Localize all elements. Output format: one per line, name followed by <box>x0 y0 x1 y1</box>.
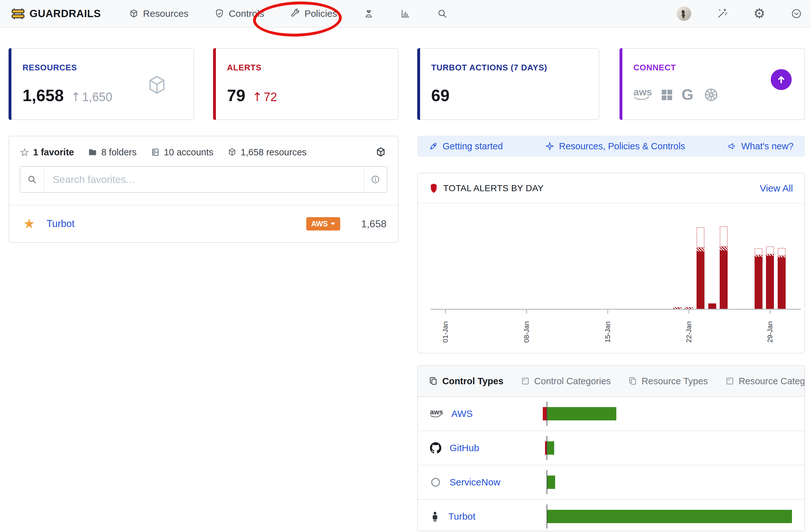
aws-logo: aws <box>633 89 652 101</box>
whats-new-link[interactable]: What's new? <box>727 141 794 152</box>
nav-admin-button[interactable] <box>363 8 374 19</box>
accounts-count[interactable]: 10 accounts <box>151 147 213 157</box>
wrench-icon <box>290 9 300 19</box>
folders-count[interactable]: 8 folders <box>88 147 136 157</box>
aws-controls-bar[interactable] <box>418 397 804 430</box>
alerts-bar-error-28-Jan[interactable] <box>754 255 763 257</box>
tab-control-types[interactable]: Control Types <box>429 376 503 386</box>
x-axis-label: 29-Jan <box>766 313 774 351</box>
turbot-controls-bar[interactable] <box>418 500 804 531</box>
servicenow-link[interactable]: ServiceNow <box>449 477 500 488</box>
aws-filter-dropdown[interactable]: AWS <box>306 217 340 230</box>
breakdown-panel: Control Types Control Categories Resourc… <box>417 365 805 531</box>
tab-resource-categories[interactable]: Resource Categories <box>725 376 805 386</box>
favorite-row-turbot[interactable]: ★ Turbot AWS 1,658 <box>9 205 398 242</box>
search-info-button[interactable] <box>363 167 387 192</box>
github-ok-bar[interactable] <box>547 441 554 455</box>
bar-chart-icon <box>400 8 411 19</box>
connect-card[interactable]: CONNECT aws G <box>619 48 805 120</box>
nav-controls[interactable]: Controls <box>214 8 264 19</box>
tab-control-categories[interactable]: Control Categories <box>521 376 611 386</box>
turbot-actions-card[interactable]: TURBOT ACTIONS (7 DAYS) 69 <box>417 48 599 120</box>
alerts-bar-invalid-29-Jan[interactable] <box>766 246 774 254</box>
getting-started-link[interactable]: Getting started <box>429 141 503 152</box>
total-alerts-title-group: TOTAL ALERTS BY DAY <box>429 183 544 193</box>
settings-button[interactable]: ⚙ <box>753 7 765 20</box>
alerts-bar-alarm-23-Jan[interactable] <box>697 252 704 309</box>
alerts-bar-alarm-25-Jan[interactable] <box>720 250 728 309</box>
servicenow-ok-bar[interactable] <box>547 475 555 489</box>
github-alarm-bar[interactable] <box>545 441 547 455</box>
cube-icon <box>145 74 169 97</box>
resources-card[interactable]: RESOURCES 1,658 ↑1,650 <box>9 48 194 120</box>
compass-icon <box>545 141 554 151</box>
aws-alarm-bar[interactable] <box>543 407 547 421</box>
aws-logo: aws <box>430 409 443 418</box>
alerts-bar-error-21-Jan[interactable] <box>673 307 681 309</box>
view-all-link[interactable]: View All <box>760 183 793 194</box>
alerts-bar-alarm-30-Jan[interactable] <box>778 257 786 309</box>
alerts-bar-invalid-30-Jan[interactable] <box>778 248 786 256</box>
avatar[interactable] <box>677 6 691 21</box>
favorite-resource-count: 1,658 <box>361 218 386 230</box>
brand-title: GUARDRAILS <box>30 7 101 20</box>
turbot-ok-bar[interactable] <box>547 510 792 523</box>
nav-policies-label: Policies <box>304 8 337 19</box>
alerts-bar-error-25-Jan[interactable] <box>720 247 728 250</box>
resources-policies-controls-link[interactable]: Resources, Policies & Controls <box>545 141 685 152</box>
nav-reports-button[interactable] <box>400 8 411 19</box>
resources-view-toggle[interactable] <box>375 147 386 158</box>
provider-row-servicenow: ServiceNow <box>418 466 804 500</box>
accounts-icon <box>151 148 160 157</box>
turbot-logo <box>430 511 440 522</box>
upload-arrow-icon <box>776 74 786 85</box>
nav-search-button[interactable] <box>437 8 448 19</box>
nav-policies[interactable]: Policies <box>290 8 337 19</box>
kubernetes-logo <box>703 87 719 103</box>
brand[interactable]: GUARDRAILS <box>11 7 101 20</box>
nav-resources[interactable]: Resources <box>129 8 188 19</box>
favorites-search <box>20 166 387 193</box>
shield-check-icon <box>214 9 225 19</box>
total-alerts-panel: TOTAL ALERTS BY DAY View All 01-Jan08-Ja… <box>417 173 805 353</box>
main-nav: Resources Controls Policies <box>129 8 448 19</box>
status-menu-button[interactable] <box>791 8 802 19</box>
github-logo <box>430 442 441 454</box>
magic-wand-icon <box>717 8 728 19</box>
connect-import-button[interactable] <box>771 69 792 90</box>
magic-wand-button[interactable] <box>717 8 728 19</box>
search-icon <box>20 167 44 192</box>
favorites-stats: ☆ 1 favorite 8 folders 10 accounts <box>9 136 398 166</box>
star-filled-icon: ★ <box>23 217 35 230</box>
alerts-card[interactable]: ALERTS 79 ↑72 <box>213 48 399 120</box>
cube-icon <box>227 148 237 157</box>
x-axis-label: 22-Jan <box>685 313 693 351</box>
aws-ok-bar[interactable] <box>547 407 616 421</box>
alerts-bar-invalid-28-Jan[interactable] <box>754 248 763 255</box>
tab-resource-types[interactable]: Resource Types <box>628 376 708 386</box>
alerts-bar-alarm-29-Jan[interactable] <box>766 256 774 309</box>
alerts-bar-error-23-Jan[interactable] <box>697 248 704 252</box>
alerts-bar-error-22-Jan[interactable] <box>685 307 693 309</box>
alerts-bar-error-30-Jan[interactable] <box>778 256 786 257</box>
alerts-bar-error-29-Jan[interactable] <box>766 254 774 256</box>
alerts-bar-alarm-28-Jan[interactable] <box>754 257 763 309</box>
connect-provider-logos: aws G <box>633 87 795 103</box>
connect-card-title: CONNECT <box>633 63 795 73</box>
caret-down-icon <box>331 223 335 225</box>
resources-count-stat[interactable]: 1,658 resources <box>227 147 307 157</box>
alerts-bar-alarm-24-Jan[interactable] <box>708 303 716 309</box>
favorite-link[interactable]: Turbot <box>47 218 75 230</box>
favorites-count[interactable]: ☆ 1 favorite <box>20 146 74 158</box>
aws-link[interactable]: AWS <box>452 408 473 419</box>
github-link[interactable]: GitHub <box>449 443 479 453</box>
breakdown-tabs: Control Types Control Categories Resourc… <box>418 366 804 397</box>
search-favorites-input[interactable] <box>44 167 363 192</box>
x-axis-label: 01-Jan <box>442 313 449 351</box>
google-logo: G <box>682 87 693 102</box>
total-alerts-title: TOTAL ALERTS BY DAY <box>443 183 544 193</box>
alerts-bar-invalid-23-Jan[interactable] <box>697 227 704 248</box>
turbot-link[interactable]: Turbot <box>448 511 476 522</box>
alerts-bar-invalid-25-Jan[interactable] <box>720 226 728 247</box>
info-icon <box>371 175 380 184</box>
